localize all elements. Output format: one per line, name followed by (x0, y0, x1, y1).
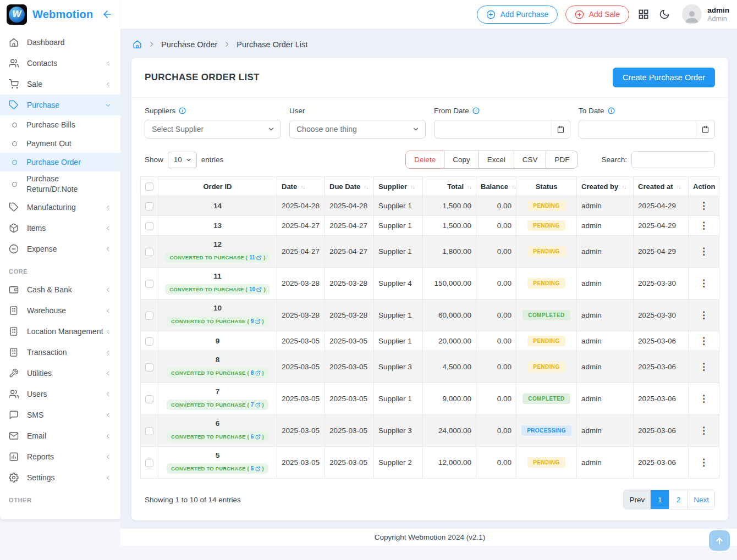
column-header-due-date[interactable]: Due Date↑↓ (325, 177, 374, 196)
sidebar-item-purchase-return-dr-note[interactable]: Purchase Return/Dr.Note (0, 171, 120, 197)
converted-purchase-link[interactable]: 8 (251, 370, 261, 376)
sidebar-item-items[interactable]: Items (0, 218, 120, 239)
order-id-cell: 9 (158, 331, 277, 351)
search-input[interactable] (631, 151, 715, 168)
chevron-down-icon (406, 120, 425, 138)
page-size-select[interactable]: 10 (168, 152, 197, 168)
row-actions-button[interactable]: ⋮ (696, 279, 712, 289)
row-checkbox[interactable] (145, 248, 153, 256)
sidebar-item-sale[interactable]: Sale (0, 74, 120, 95)
converted-purchase-link[interactable]: 10 (249, 286, 262, 292)
from-date-input[interactable] (434, 120, 570, 138)
sidebar-item-transaction[interactable]: Transaction (0, 342, 120, 363)
apps-grid-button[interactable] (637, 8, 650, 21)
pagination-prev[interactable]: Prev (624, 490, 650, 509)
add-purchase-button[interactable]: Add Purchase (477, 5, 558, 24)
sidebar-item-manufacturing[interactable]: Manufacturing (0, 197, 120, 218)
breadcrumb-item-purchase-order-list[interactable]: Purchase Order List (237, 40, 307, 49)
row-select-cell (141, 331, 158, 351)
converted-purchase-link[interactable]: 7 (251, 402, 261, 408)
row-checkbox[interactable] (145, 222, 153, 230)
row-checkbox[interactable] (145, 337, 153, 346)
converted-purchase-link[interactable]: 11 (249, 254, 262, 260)
pagination-page-1[interactable]: 1 (650, 490, 669, 509)
sidebar-item-payment-out[interactable]: Payment Out (0, 134, 120, 153)
sidebar-item-location-management[interactable]: Location Management (0, 321, 120, 342)
select-all-checkbox[interactable] (145, 182, 153, 191)
pagination-next[interactable]: Next (688, 490, 714, 509)
sidebar-item-cash-bank[interactable]: Cash & Bank (0, 279, 120, 300)
sort-icon: ↑↓ (300, 184, 305, 190)
excel-button[interactable]: Excel (479, 151, 514, 169)
sidebar-item-email[interactable]: Email (0, 425, 120, 446)
sidebar-item-reports[interactable]: Reports (0, 446, 120, 467)
delete-button[interactable]: Delete (405, 151, 444, 169)
create-purchase-order-button[interactable]: Create Purchase Order (613, 68, 715, 87)
user-menu[interactable]: admin Admin (682, 4, 729, 24)
sidebar-item-settings[interactable]: Settings (0, 467, 120, 488)
content: Purchase OrderPurchase Order List PURCHA… (120, 29, 737, 529)
due-date-cell: 2025-03-28 (325, 268, 374, 300)
row-checkbox[interactable] (145, 312, 153, 320)
chart-icon (9, 452, 19, 462)
converted-badge-text: CONVERTED TO PURCHASE ( (169, 286, 248, 292)
sidebar-item-purchase-bills[interactable]: Purchase Bills (0, 115, 120, 134)
to-date-input[interactable] (579, 120, 715, 138)
card-header: PURCHASE ORDER LIST Create Purchase Orde… (131, 58, 728, 98)
copy-button[interactable]: Copy (444, 151, 479, 169)
sidebar-item-users[interactable]: Users (0, 384, 120, 404)
pagination-page-2[interactable]: 2 (669, 490, 688, 509)
sidebar-item-sms[interactable]: SMS (0, 404, 120, 425)
converted-purchase-link[interactable]: 5 (251, 465, 261, 472)
sidebar-item-expense[interactable]: Expense (0, 239, 120, 259)
row-actions-button[interactable]: ⋮ (696, 458, 712, 468)
row-checkbox[interactable] (145, 280, 153, 288)
row-actions-button[interactable]: ⋮ (696, 201, 712, 211)
supplier-select[interactable]: Select Supplier (145, 120, 281, 138)
converted-purchase-link[interactable]: 9 (251, 318, 261, 324)
pdf-button[interactable]: PDF (546, 151, 578, 169)
row-select-cell (141, 236, 158, 268)
sidebar-item-utilities[interactable]: Utilities (0, 363, 120, 384)
column-header-date[interactable]: Date↑↓ (277, 177, 325, 196)
column-header-total[interactable]: Total↑↓ (423, 177, 476, 196)
row-actions-button[interactable]: ⋮ (696, 221, 712, 231)
row-checkbox[interactable] (145, 202, 153, 210)
converted-purchase-link[interactable]: 6 (251, 434, 261, 440)
due-date-cell: 2025-04-27 (325, 216, 374, 236)
column-header-supplier[interactable]: Supplier↑↓ (374, 177, 423, 196)
column-header-balance[interactable]: Balance↑↓ (476, 177, 516, 196)
sidebar-item-dashboard[interactable]: Dashboard (0, 32, 120, 53)
csv-button[interactable]: CSV (514, 151, 547, 169)
sidebar-item-contacts[interactable]: Contacts (0, 53, 120, 74)
dark-mode-button[interactable] (658, 8, 671, 21)
calendar-icon[interactable] (551, 120, 570, 138)
row-actions-button[interactable]: ⋮ (696, 247, 712, 257)
sidebar-item-purchase[interactable]: Purchase (0, 95, 120, 115)
breadcrumb-item-purchase-order[interactable]: Purchase Order (161, 40, 217, 49)
row-checkbox[interactable] (145, 427, 153, 435)
user-select[interactable]: Choose one thing (289, 120, 426, 138)
add-sale-button[interactable]: Add Sale (565, 5, 629, 24)
calendar-icon[interactable] (696, 120, 714, 138)
chevron-right-icon (223, 40, 231, 48)
column-header-created-by[interactable]: Created by↑↓ (577, 177, 634, 196)
scroll-to-top-button[interactable] (709, 530, 730, 551)
row-actions-button[interactable]: ⋮ (696, 362, 712, 372)
table-row: 8CONVERTED TO PURCHASE (8)2025-03-052025… (141, 351, 719, 383)
status-badge: COMPLETED (522, 310, 570, 320)
sidebar-item-warehouse[interactable]: Warehouse (0, 300, 120, 321)
row-checkbox[interactable] (145, 363, 153, 372)
row-checkbox[interactable] (145, 395, 153, 403)
row-checkbox[interactable] (145, 459, 153, 467)
row-actions-button[interactable]: ⋮ (696, 394, 712, 404)
row-actions-button[interactable]: ⋮ (696, 311, 712, 320)
row-actions-button[interactable]: ⋮ (696, 426, 712, 436)
row-actions-button[interactable]: ⋮ (696, 336, 712, 346)
table-row: 132025-04-272025-04-27Supplier 11,500.00… (141, 216, 719, 236)
sidebar-item-purchase-order[interactable]: Purchase Order (0, 153, 120, 171)
converted-purchase-id: 6 (251, 434, 254, 440)
column-header-created-at[interactable]: Created at↑↓ (634, 177, 689, 196)
breadcrumb-home[interactable] (133, 40, 142, 49)
sidebar-collapse-button[interactable] (102, 9, 113, 20)
